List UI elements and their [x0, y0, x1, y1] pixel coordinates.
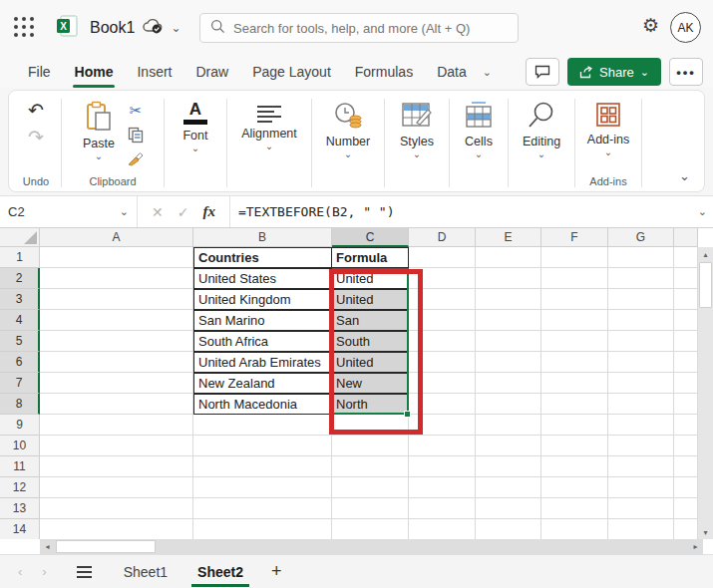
grid-cell-G6[interactable] — [608, 352, 674, 373]
grid-cell-D10[interactable] — [409, 436, 476, 456]
grid-cell-D12[interactable] — [409, 477, 476, 498]
title-dropdown-chevron-icon[interactable]: ⌄ — [171, 22, 180, 34]
cut-button[interactable]: ✂ — [123, 99, 149, 123]
column-header-h[interactable] — [674, 228, 698, 247]
grid-cell-E11[interactable] — [476, 456, 541, 477]
grid-cell-H10[interactable] — [674, 436, 698, 456]
grid-cell-C8[interactable]: North — [332, 394, 409, 415]
grid-cell-H14[interactable] — [674, 519, 698, 539]
grid-cell-G7[interactable] — [608, 373, 674, 394]
grid-cell-B5[interactable]: South Africa — [193, 331, 332, 352]
row-header-12[interactable]: 12 — [0, 477, 40, 498]
grid-cell-B8[interactable]: North Macedonia — [193, 394, 332, 415]
confirm-entry-icon[interactable]: ✓ — [178, 204, 189, 220]
search-input[interactable] — [233, 21, 508, 36]
grid-cell-H2[interactable] — [674, 268, 698, 289]
grid-cell-C3[interactable]: United — [332, 289, 409, 310]
grid-cell-F12[interactable] — [541, 477, 608, 498]
row-header-9[interactable]: 9 — [0, 415, 40, 436]
grid-cell-F10[interactable] — [541, 436, 608, 456]
row-header-1[interactable]: 1 — [0, 247, 40, 268]
copy-button[interactable] — [123, 123, 149, 147]
column-header-B[interactable]: B — [193, 228, 332, 247]
excel-logo-icon[interactable]: X — [56, 15, 78, 41]
next-sheet-chevron-icon[interactable]: › — [32, 564, 56, 579]
font-dropdown-button[interactable]: A Font ⌄ — [177, 99, 213, 155]
account-avatar[interactable]: AK — [670, 12, 701, 43]
all-sheets-menu-icon[interactable] — [73, 562, 96, 582]
grid-cell-D2[interactable] — [409, 268, 476, 289]
menu-tab-page-layout[interactable]: Page Layout — [240, 58, 343, 86]
grid-cell-F4[interactable] — [541, 310, 608, 331]
grid-cell-B7[interactable]: New Zealand — [193, 373, 332, 394]
comments-button[interactable] — [526, 58, 559, 86]
row-header-13[interactable]: 13 — [0, 498, 40, 519]
editing-dropdown-button[interactable]: Editing ⌄ — [517, 99, 566, 161]
grid-cell-C1[interactable]: Formula — [332, 247, 409, 268]
grid-cell-C11[interactable] — [332, 456, 409, 477]
grid-cell-B13[interactable] — [193, 498, 332, 519]
grid-cell-E10[interactable] — [476, 436, 541, 456]
grid-cell-C4[interactable]: San — [332, 310, 409, 331]
name-box[interactable]: C2 ⌄ — [0, 196, 138, 227]
grid-cell-F2[interactable] — [541, 268, 608, 289]
grid-cell-B9[interactable] — [193, 415, 332, 436]
grid-cell-A7[interactable] — [40, 373, 193, 394]
formula-bar-expand-chevron-icon[interactable]: ⌄ — [692, 206, 713, 217]
grid-cell-A8[interactable] — [40, 394, 193, 415]
grid-cell-E7[interactable] — [476, 373, 541, 394]
grid-cell-H5[interactable] — [674, 331, 698, 352]
grid-cell-D7[interactable] — [409, 373, 476, 394]
menu-tab-draw[interactable]: Draw — [183, 58, 240, 86]
row-header-2[interactable]: 2 — [0, 268, 40, 289]
grid-cell-G13[interactable] — [608, 498, 674, 519]
grid-cell-E12[interactable] — [476, 477, 541, 498]
grid-cell-G4[interactable] — [608, 310, 674, 331]
grid-cell-H13[interactable] — [674, 498, 698, 519]
alignment-dropdown-button[interactable]: Alignment ⌄ — [235, 99, 303, 153]
column-header-A[interactable]: A — [40, 228, 193, 247]
grid-cell-A2[interactable] — [40, 268, 193, 289]
grid-cell-A6[interactable] — [40, 352, 193, 373]
column-header-D[interactable]: D — [409, 228, 476, 247]
grid-cell-D14[interactable] — [409, 519, 476, 539]
horizontal-scrollbar[interactable]: ◂ ▸ — [40, 539, 703, 554]
grid-cell-B14[interactable] — [193, 519, 332, 539]
previous-sheet-chevron-icon[interactable]: ‹ — [8, 564, 32, 579]
search-box[interactable] — [199, 13, 519, 43]
grid-cell-E8[interactable] — [476, 394, 541, 415]
grid-cell-E4[interactable] — [476, 310, 541, 331]
grid-cell-G8[interactable] — [608, 394, 674, 415]
vertical-scroll-thumb[interactable] — [699, 262, 712, 308]
grid-cell-E13[interactable] — [476, 498, 541, 519]
grid-cell-E3[interactable] — [476, 289, 541, 310]
grid-cell-C6[interactable]: United — [332, 352, 409, 373]
ribbon-more-options-button[interactable]: ••• — [669, 58, 703, 86]
app-launcher-icon[interactable] — [14, 17, 36, 39]
column-header-E[interactable]: E — [476, 228, 541, 247]
workbook-title[interactable]: Book1 — [90, 19, 135, 37]
grid-cell-H8[interactable] — [674, 394, 698, 415]
grid-cell-D5[interactable] — [409, 331, 476, 352]
grid-cell-F7[interactable] — [541, 373, 608, 394]
row-header-14[interactable]: 14 — [0, 519, 40, 539]
horizontal-scroll-thumb[interactable] — [56, 540, 156, 553]
column-header-C[interactable]: C — [332, 228, 409, 247]
row-header-11[interactable]: 11 — [0, 456, 40, 477]
grid-cell-A4[interactable] — [40, 310, 193, 331]
grid-cell-A11[interactable] — [40, 456, 193, 477]
grid-cell-G12[interactable] — [608, 477, 674, 498]
grid-cell-G5[interactable] — [608, 331, 674, 352]
grid-cell-G3[interactable] — [608, 289, 674, 310]
grid-cell-A1[interactable] — [40, 247, 193, 268]
grid-cell-F8[interactable] — [541, 394, 608, 415]
settings-gear-icon[interactable]: ⚙ — [642, 16, 659, 35]
grid-cell-F3[interactable] — [541, 289, 608, 310]
ribbon-collapse-chevron-icon[interactable]: ⌄ — [679, 168, 690, 183]
column-header-F[interactable]: F — [541, 228, 608, 247]
grid-cell-H7[interactable] — [674, 373, 698, 394]
styles-dropdown-button[interactable]: Styles ⌄ — [394, 99, 440, 161]
grid-cell-B6[interactable]: United Arab Emirates — [193, 352, 332, 373]
grid-cell-C13[interactable] — [332, 498, 409, 519]
number-dropdown-button[interactable]: Number ⌄ — [320, 99, 376, 161]
